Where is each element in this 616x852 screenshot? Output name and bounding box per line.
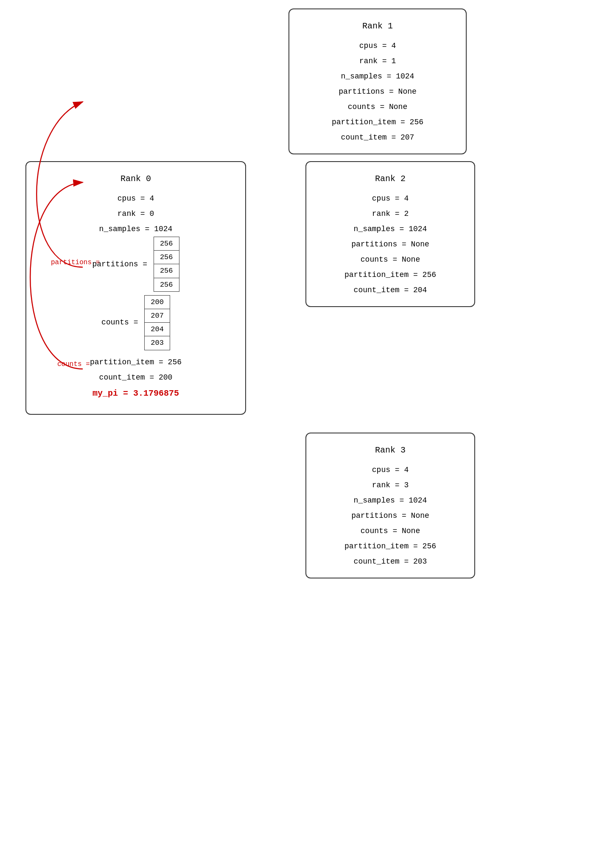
rank1-rank: rank = 1 — [302, 53, 453, 69]
partition-val-3: 256 — [154, 278, 179, 291]
rank1-box: Rank 1 cpus = 4 rank = 1 n_samples = 102… — [288, 8, 467, 154]
rank2-title: Rank 2 — [319, 170, 462, 187]
rank2-nsamples: n_samples = 1024 — [319, 221, 462, 237]
rank1-nsamples: n_samples = 1024 — [302, 69, 453, 84]
rank1-partition-item: partition_item = 256 — [302, 115, 453, 130]
count-val-1: 207 — [145, 309, 170, 322]
partition-val-1: 256 — [154, 251, 179, 264]
rank0-count-item: count_item = 200 — [39, 370, 232, 385]
rank0-box: Rank 0 cpus = 4 rank = 0 n_samples = 102… — [25, 161, 246, 415]
rank0-partitions-label: partitions = — [92, 259, 151, 268]
rank3-counts: counts = None — [319, 523, 462, 539]
rank0-my-pi: my_pi = 3.1796875 — [39, 385, 232, 402]
counts-arrow-label: counts = — [57, 360, 90, 368]
rank0-nsamples: n_samples = 1024 — [39, 221, 232, 237]
partitions-arrow-label: partitions = — [51, 259, 100, 266]
rank0-rank: rank = 0 — [39, 206, 232, 221]
partition-val-0: 256 — [154, 237, 179, 251]
rank1-cpus: cpus = 4 — [302, 38, 453, 53]
rank3-box: Rank 3 cpus = 4 rank = 3 n_samples = 102… — [305, 433, 475, 578]
rank2-rank: rank = 2 — [319, 206, 462, 221]
rank2-partition-item: partition_item = 256 — [319, 267, 462, 282]
rank1-count-item: count_item = 207 — [302, 130, 453, 145]
count-val-3: 203 — [145, 336, 170, 350]
rank2-count-item: count_item = 204 — [319, 282, 462, 298]
rank3-rank: rank = 3 — [319, 478, 462, 493]
rank2-cpus: cpus = 4 — [319, 191, 462, 206]
rank3-nsamples: n_samples = 1024 — [319, 493, 462, 508]
rank1-title: Rank 1 — [302, 18, 453, 35]
rank1-counts: counts = None — [302, 99, 453, 115]
rank2-partitions: partitions = None — [319, 237, 462, 252]
rank3-partitions: partitions = None — [319, 508, 462, 523]
rank0-cpus: cpus = 4 — [39, 191, 232, 206]
rank0-counts-array: 200 207 204 203 — [144, 295, 170, 350]
rank2-counts: counts = None — [319, 252, 462, 267]
rank3-count-item: count_item = 203 — [319, 554, 462, 569]
rank0-title: Rank 0 — [39, 170, 232, 187]
rank2-box: Rank 2 cpus = 4 rank = 2 n_samples = 102… — [305, 161, 475, 307]
rank0-counts-label: counts = — [101, 317, 143, 327]
partition-val-2: 256 — [154, 264, 179, 278]
rank3-partition-item: partition_item = 256 — [319, 539, 462, 554]
rank3-title: Rank 3 — [319, 442, 462, 459]
rank3-cpus: cpus = 4 — [319, 462, 462, 478]
rank0-partitions-array: 256 256 256 256 — [154, 237, 179, 292]
rank0-counts-row: counts = 200 207 204 203 — [39, 295, 232, 350]
rank1-partitions: partitions = None — [302, 84, 453, 99]
count-val-0: 200 — [145, 295, 170, 309]
count-val-2: 204 — [145, 323, 170, 336]
